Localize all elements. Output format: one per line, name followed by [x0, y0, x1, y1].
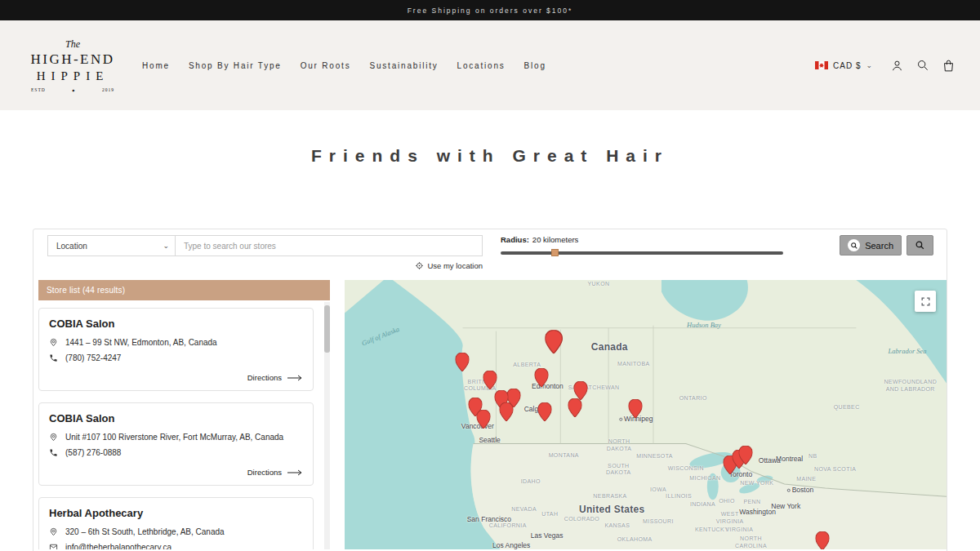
map-pin[interactable]	[477, 410, 491, 432]
logo-script-the: The	[24, 38, 121, 51]
map-pin[interactable]	[456, 353, 470, 375]
nav-item-blog[interactable]: Blog	[524, 61, 546, 70]
store-mail-row: info@theherbalapothecary.ca	[49, 543, 303, 549]
radius-label: Radius:20 kilometers	[501, 235, 783, 244]
directions-link[interactable]: Directions	[247, 468, 303, 477]
map-pin[interactable]	[483, 371, 497, 393]
use-my-location-link[interactable]: Use my location	[415, 261, 483, 270]
store-list-scrollbar-thumb[interactable]	[324, 305, 330, 353]
map-pin[interactable]	[738, 446, 752, 468]
store-card: COBIA Salon1441 – 99 St NW, Edmonton, AB…	[38, 308, 314, 391]
nav-item-sustainability[interactable]: Sustainability	[369, 61, 438, 70]
search-button-header[interactable]	[916, 59, 929, 72]
nav-item-shop-by-hair-type[interactable]: Shop By Hair Type	[189, 61, 282, 70]
store-search-input[interactable]	[176, 235, 483, 256]
logo-estd: ESTD ◆ 2019	[24, 87, 121, 92]
map-label-region: NB	[808, 453, 817, 460]
announcement-text: Free Shipping on orders over $100*	[408, 7, 573, 15]
phone-icon	[49, 353, 58, 362]
store-phone-row: (587) 276-0888	[49, 448, 303, 457]
announcement-bar: Free Shipping on orders over $100*	[0, 0, 980, 20]
map-pin[interactable]	[534, 368, 548, 390]
store-name: COBIA Salon	[49, 318, 303, 330]
title-section: Friends with Great Hair	[0, 110, 980, 229]
map-label-region: MANITOBA	[617, 361, 650, 368]
cart-button[interactable]	[942, 59, 956, 73]
radius-slider-thumb[interactable]	[551, 249, 559, 256]
store-mail-text: info@theherbalapothecary.ca	[65, 543, 172, 549]
map-label-city: New York	[771, 502, 800, 511]
account-icon	[890, 59, 904, 73]
store-locator-widget: Location ⌄ Use my location Radius:20 kil…	[33, 229, 947, 551]
map-pin[interactable]	[628, 399, 642, 421]
currency-selector[interactable]: CAD $ ⌄	[815, 61, 873, 70]
map-label-region: INDIANA	[690, 501, 715, 509]
store-location-row: 1441 – 99 St NW, Edmonton, AB, Canada	[49, 338, 303, 347]
site-header: The HIGH-END HIPPIE ESTD ◆ 2019 Home Sho…	[0, 20, 980, 110]
map-label-region: WEST VIRGINIA	[716, 512, 744, 527]
map-label-region: NORTH CAROLINA	[735, 535, 767, 549]
nav-item-home[interactable]: Home	[142, 61, 170, 70]
map-label-region: QUEBEC	[834, 403, 860, 411]
map-pin[interactable]	[546, 330, 563, 357]
search-icon	[916, 59, 929, 72]
store-name: Herbal Apothecary	[49, 507, 303, 519]
map-label-region: MISSOURI	[643, 518, 674, 525]
location-icon	[49, 338, 58, 347]
radius-control: Radius:20 kilometers	[501, 235, 783, 255]
canada-flag-icon	[815, 61, 828, 69]
location-icon	[49, 527, 58, 536]
map-label-region: SOUTH DAKOTA	[606, 463, 631, 478]
directions-link[interactable]: Directions	[247, 373, 303, 382]
map-label-region: NORTH DAKOTA	[607, 438, 632, 453]
location-select[interactable]: Location ⌄	[47, 235, 176, 256]
logo-line-hippie: HIPPIE	[24, 69, 121, 83]
map-label-city: Las Vegas	[531, 531, 564, 540]
radius-label-title: Radius:	[501, 235, 529, 244]
map-overlay: YUKONGulf of AlaskaHudson BayLabrador Se…	[345, 280, 947, 549]
logo-estd-label: ESTD	[31, 87, 46, 92]
map-fullscreen-button[interactable]	[915, 291, 936, 312]
map-label-region: YUKON	[588, 281, 610, 288]
search-icon	[915, 240, 925, 251]
store-phone-row: (780) 752-4247	[49, 353, 303, 362]
store-card: Herbal Apothecary320 – 6th St South, Let…	[38, 497, 314, 549]
store-cards-container: COBIA Salon1441 – 99 St NW, Edmonton, AB…	[38, 308, 330, 549]
map-label-city: Montreal	[776, 454, 803, 463]
nav-item-our-roots[interactable]: Our Roots	[301, 61, 351, 70]
map-label-city: Boston	[787, 486, 813, 495]
radius-slider[interactable]	[501, 251, 783, 255]
store-map[interactable]: YUKONGulf of AlaskaHudson BayLabrador Se…	[345, 280, 947, 549]
chevron-down-icon: ⌄	[163, 242, 169, 250]
map-label-region: CALIFORNIA	[489, 522, 527, 529]
header-actions: CAD $ ⌄	[815, 59, 956, 73]
map-label-city: Ottawa	[759, 455, 781, 464]
logo-line-high-end: HIGH-END	[24, 51, 121, 68]
map-label-region: NEBRASKA	[593, 493, 626, 500]
diamond-icon: ◆	[72, 88, 75, 92]
search-stores-button[interactable]: Search	[840, 235, 902, 256]
map-label-country: Canada	[591, 340, 628, 353]
store-card: COBIA SalonUnit #107 100 Riverstone Rive…	[38, 402, 314, 486]
map-label-region: IOWA	[650, 487, 666, 494]
use-my-location-label: Use my location	[427, 261, 483, 270]
map-pin[interactable]	[499, 402, 513, 424]
store-list-scrollbar[interactable]	[324, 302, 330, 549]
map-label-region: COLORADO	[564, 515, 599, 522]
store-location-text: Unit #107 100 Riverstone River, Fort McM…	[65, 433, 283, 442]
nav-item-locations[interactable]: Locations	[457, 61, 506, 70]
account-button[interactable]	[890, 59, 904, 73]
logo[interactable]: The HIGH-END HIPPIE ESTD ◆ 2019	[24, 38, 121, 92]
store-phone-text: (780) 752-4247	[65, 353, 121, 362]
map-pin[interactable]	[816, 531, 830, 549]
search-icon-button[interactable]	[906, 235, 933, 256]
search-icon	[848, 239, 860, 251]
map-label-region: KANSAS	[604, 522, 630, 529]
map-label-city: Seattle	[479, 436, 500, 445]
map-label-region: WISCONSIN	[668, 464, 704, 472]
store-location-row: 320 – 6th St South, Lethbridge, AB, Cana…	[49, 527, 303, 536]
city-dot-icon	[787, 489, 791, 492]
store-list-header: Store list (44 results)	[38, 280, 330, 300]
map-pin[interactable]	[537, 402, 551, 424]
map-pin[interactable]	[568, 398, 581, 420]
